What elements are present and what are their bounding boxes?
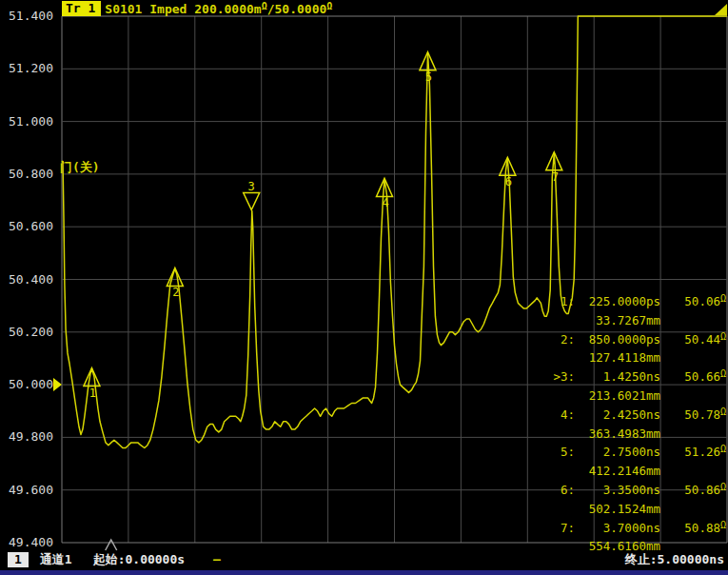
marker-time-value: 225.0000ps xyxy=(575,292,660,311)
marker-5-number: 5 xyxy=(425,70,432,84)
measurement-label: S0101 Imped xyxy=(105,2,187,16)
marker-impedance-value: 50.86Ω xyxy=(660,481,726,500)
y-tick-label: 49.800 xyxy=(2,429,53,445)
marker-row-label: 1: xyxy=(542,292,575,311)
marker-row-label: 6: xyxy=(542,481,575,500)
sweep-start-value[interactable]: 起始:0.00000s xyxy=(93,551,185,568)
reference-value: /50.0000 xyxy=(267,2,327,16)
bottom-blue-strip xyxy=(0,570,728,575)
trace-title: S0101 Imped 200.0000mΩ/50.0000Ω xyxy=(105,2,332,16)
scale-value: 200.0000m xyxy=(187,2,261,16)
marker-table-row: 4:2.4250ns50.78Ω363.4983mm xyxy=(542,406,726,444)
y-tick-label: 50.400 xyxy=(2,272,53,288)
ohm-symbol: Ω xyxy=(720,293,726,304)
marker-3-number: 3 xyxy=(248,180,255,193)
ohm-symbol: Ω xyxy=(262,1,267,11)
y-tick-label: 50.600 xyxy=(2,219,53,234)
channel-status-bar: 1 通道1 起始:0.00000s — 终止:5.00000ns xyxy=(0,549,728,569)
marker-distance-value: 363.4983mm xyxy=(542,425,660,444)
marker-row-label: 5: xyxy=(542,443,575,462)
y-tick-label: 50.200 xyxy=(2,325,53,340)
marker-row-label: 2: xyxy=(542,330,575,349)
channel-1-badge[interactable]: 1 xyxy=(8,552,29,567)
marker-impedance-value: 50.78Ω xyxy=(660,406,726,425)
marker-7-number: 7 xyxy=(552,170,559,184)
marker-distance-value: 213.6021mm xyxy=(542,387,660,406)
marker-distance-value: 127.4118mm xyxy=(542,348,660,367)
ohm-symbol: Ω xyxy=(720,368,726,379)
marker-table-row: 5:2.7500ns51.26Ω412.2146mm xyxy=(542,443,726,481)
y-tick-label: 51.000 xyxy=(2,114,53,129)
y-tick-label: 51.400 xyxy=(2,9,53,24)
marker-distance-value: 33.7267mm xyxy=(542,311,660,330)
marker-impedance-value: 50.44Ω xyxy=(660,330,726,349)
gate-off-label: 门(关) xyxy=(60,159,100,176)
marker-time-value: 1.4250ns xyxy=(575,367,660,387)
marker-impedance-value: 50.06Ω xyxy=(660,292,726,311)
marker-time-value: 2.7500ns xyxy=(575,443,660,462)
marker-table-row: 6:3.3500ns50.86Ω502.1524mm xyxy=(542,481,726,519)
marker-impedance-value: 50.88Ω xyxy=(660,519,726,538)
marker-row-label: 7: xyxy=(542,519,575,538)
marker-time-value: 2.4250ns xyxy=(575,406,660,425)
marker-6-number: 6 xyxy=(505,175,512,188)
marker-row-label: >3: xyxy=(542,367,575,387)
vna-tdr-screen: 1234567 Tr 1 S0101 Imped 200.0000mΩ/50.0… xyxy=(0,0,728,575)
y-tick-label: 49.600 xyxy=(2,483,53,498)
marker-row-label: 4: xyxy=(542,406,575,425)
marker-1-number: 1 xyxy=(89,387,96,400)
marker-table-row: 1:225.0000ps50.06Ω33.7267mm xyxy=(542,292,726,330)
marker-3-icon[interactable] xyxy=(244,193,260,210)
ohm-symbol: Ω xyxy=(326,1,332,11)
ohm-symbol: Ω xyxy=(720,444,726,454)
y-tick-label: 50.800 xyxy=(2,167,53,182)
marker-table-row: 2:850.0000ps50.44Ω127.4118mm xyxy=(542,330,726,368)
trace-color-key: — xyxy=(213,552,221,566)
offscale-indicator-icon xyxy=(715,4,727,15)
marker-time-value: 3.3500ns xyxy=(575,481,660,500)
trace-1-badge[interactable]: Tr 1 xyxy=(62,1,101,16)
y-tick-label: 51.200 xyxy=(2,61,53,76)
marker-impedance-value: 50.66Ω xyxy=(660,367,726,387)
trace-status-bar: Tr 1 S0101 Imped 200.0000mΩ/50.0000Ω xyxy=(62,1,332,16)
marker-time-value: 3.7000ns xyxy=(575,519,660,538)
y-tick-label: 49.400 xyxy=(2,535,53,550)
ohm-symbol: Ω xyxy=(720,406,726,417)
channel-label: 通道1 xyxy=(40,551,72,568)
marker-impedance-value: 51.26Ω xyxy=(660,443,726,462)
ohm-symbol: Ω xyxy=(720,520,726,530)
ohm-symbol: Ω xyxy=(720,482,726,492)
marker-time-value: 850.0000ps xyxy=(575,330,660,349)
marker-distance-value: 502.1524mm xyxy=(542,500,660,519)
sweep-stop-value[interactable]: 终止:5.00000ns xyxy=(625,551,724,568)
marker-table-row: >3:1.4250ns50.66Ω213.6021mm xyxy=(542,367,726,406)
marker-2-number: 2 xyxy=(172,286,179,299)
marker-distance-value: 412.2146mm xyxy=(542,462,660,481)
y-tick-label: 50.000 xyxy=(2,377,53,392)
reference-level-arrow[interactable] xyxy=(53,378,62,391)
marker-4-number: 4 xyxy=(382,196,388,209)
ohm-symbol: Ω xyxy=(720,331,726,342)
